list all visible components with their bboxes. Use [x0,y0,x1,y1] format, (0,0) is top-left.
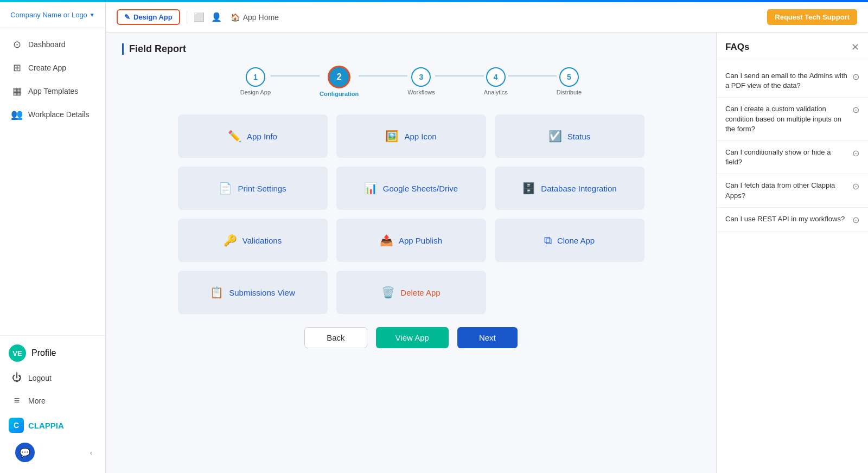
faq-title: FAQs [725,42,749,53]
step-analytics: 4 Analytics [484,67,508,95]
print-icon: 📄 [219,182,232,195]
logo-chevron-icon: ▼ [90,12,95,18]
faq-question-2: Can I create a custom validation conditi… [725,104,848,134]
step-circle-2: 2 [328,66,350,88]
faq-panel: FAQs ✕ Can I send an email to the Admins… [716,33,868,473]
faq-item-2[interactable]: Can I create a custom validation conditi… [717,98,868,141]
step-circle-5: 5 [559,67,579,87]
card-label: App Icon [404,132,436,141]
sidebar-item-create-app[interactable]: ⊞ Create App [2,56,103,79]
step-label-4: Analytics [484,89,508,95]
create-app-icon: ⊞ [11,62,23,74]
logout-icon: ⏻ [11,372,23,383]
status-icon: ☑️ [548,130,562,143]
validations-icon: 🔑 [224,234,237,247]
sidebar-collapse-button[interactable]: ‹ [84,446,99,459]
card-submissions-view[interactable]: 📋 Submissions View [178,271,328,314]
step-configuration: 2 Configuration [320,66,359,97]
step-circle-4: 4 [486,67,506,87]
back-button[interactable]: Back [304,327,367,348]
chat-button[interactable]: 💬 [15,443,35,462]
faq-chevron-icon-3: ⊙ [852,148,859,158]
card-database-integration[interactable]: 🗄️ Database Integration [495,167,644,210]
faq-question-3: Can I conditionally show or hide a field… [725,148,848,167]
config-grid: ✏️ App Info 🖼️ App Icon ☑️ Status 📄 Prin… [178,114,644,314]
card-validations[interactable]: 🔑 Validations [178,219,328,262]
app-icon-icon: 🖼️ [385,130,399,143]
app-home-button[interactable]: 🏠 App Home [231,13,279,22]
card-print-settings[interactable]: 📄 Print Settings [178,167,328,210]
header-divider [187,11,187,24]
sidebar-item-workplace-details[interactable]: 👥 Workplace Details [2,103,103,126]
sidebar-item-label: Create App [28,63,66,72]
app-info-icon: ✏️ [228,130,241,143]
app-publish-icon: 📤 [380,234,393,247]
sidebar-item-label: Logout [28,374,52,382]
faq-chevron-icon-5: ⊙ [852,215,859,225]
step-distribute: 5 Distribute [557,67,582,95]
card-label: Delete App [400,288,440,297]
user-icon[interactable]: 👤 [211,12,222,22]
faq-item-1[interactable]: Can I send an email to the Admins with a… [717,65,868,98]
main-wrapper: ✎ Design App ⬜ 👤 🏠 App Home Request Tech… [106,2,868,473]
step-workflows: 3 Workflows [407,67,435,95]
window-icon[interactable]: ⬜ [194,12,205,22]
card-label: Validations [242,236,282,245]
sidebar-item-more[interactable]: ≡ More [2,389,103,412]
card-app-icon[interactable]: 🖼️ App Icon [336,114,486,158]
step-line-1 [271,75,320,76]
sidebar-bottom: VE Profile ⏻ Logout ≡ More C CLAPPIA 💬 ‹ [0,335,105,473]
step-design-app: 1 Design App [240,67,271,95]
next-button[interactable]: Next [457,327,518,348]
faq-close-button[interactable]: ✕ [851,41,859,53]
faq-item-5[interactable]: Can I use REST API in my workflows? ⊙ [717,208,868,232]
workplace-icon: 👥 [11,108,23,120]
card-status[interactable]: ☑️ Status [495,114,644,158]
sidebar-item-label: App Templates [28,87,78,95]
card-delete-app[interactable]: 🗑️ Delete App [336,271,486,314]
sidebar-item-app-templates[interactable]: ▦ App Templates [2,80,103,103]
card-clone-app[interactable]: ⧉ Clone App [495,219,644,262]
page-title: Field Report [122,43,700,55]
view-app-button[interactable]: View App [376,327,449,348]
company-logo[interactable]: Company Name or Logo ▼ [0,2,105,28]
sidebar-item-profile[interactable]: VE Profile [0,340,105,366]
sidebar-brand[interactable]: C CLAPPIA [0,412,105,438]
sidebar-item-logout[interactable]: ⏻ Logout [2,367,103,389]
card-label: Status [567,132,591,141]
faq-list: Can I send an email to the Admins with a… [717,60,868,473]
card-google-sheets[interactable]: 📊 Google Sheets/Drive [336,167,486,210]
design-app-button[interactable]: ✎ Design App [117,9,180,25]
card-label: Clone App [557,236,595,245]
card-label: Print Settings [238,184,286,193]
submissions-icon: 📋 [210,286,224,299]
step-label-2: Configuration [320,91,359,97]
content-area: Field Report 1 Design App 2 Configuratio… [106,33,868,473]
card-app-publish[interactable]: 📤 App Publish [336,219,486,262]
main-panel: Field Report 1 Design App 2 Configuratio… [106,33,716,473]
card-label: Database Integration [541,184,616,193]
step-circle-1: 1 [246,67,265,87]
step-label-5: Distribute [557,89,582,95]
step-line-4 [508,75,557,76]
card-app-info[interactable]: ✏️ App Info [178,114,328,158]
step-circle-3: 3 [411,67,431,87]
app-templates-icon: ▦ [11,85,23,97]
sidebar-item-label: Workplace Details [28,110,90,119]
more-icon: ≡ [11,395,23,406]
dashboard-icon: ⊙ [11,39,23,50]
faq-item-3[interactable]: Can I conditionally show or hide a field… [717,141,868,174]
header: ✎ Design App ⬜ 👤 🏠 App Home Request Tech… [106,2,868,33]
header-right: Request Tech Support [767,9,857,25]
step-line-2 [359,75,407,76]
company-logo-text: Company Name or Logo [10,11,87,19]
faq-chevron-icon-4: ⊙ [852,181,859,191]
sidebar-item-dashboard[interactable]: ⊙ Dashboard [2,33,103,56]
faq-question-4: Can I fetch data from other Clappia Apps… [725,181,848,200]
step-label-1: Design App [240,89,271,95]
card-label: Submissions View [229,288,295,297]
faq-chevron-icon-2: ⊙ [852,105,859,115]
request-support-button[interactable]: Request Tech Support [767,9,857,25]
faq-item-4[interactable]: Can I fetch data from other Clappia Apps… [717,174,868,207]
bottom-bar: Back View App Next [122,314,700,353]
